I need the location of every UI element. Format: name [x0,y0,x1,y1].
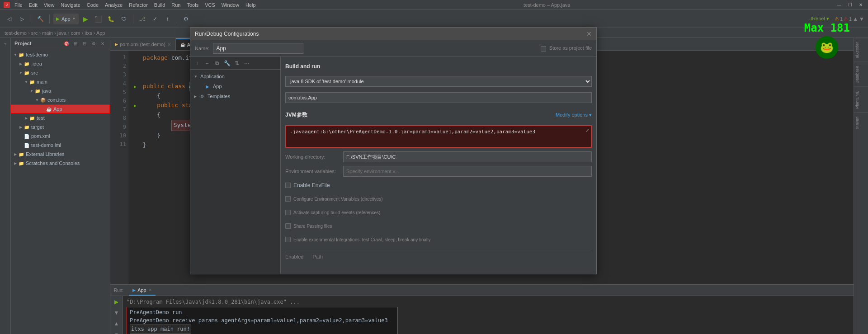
menu-window[interactable]: Window [219,2,242,8]
menu-vcs[interactable]: VCS [202,2,218,8]
push-button[interactable]: ↑ [162,14,173,24]
tab-pomxml-close[interactable]: ✕ [167,42,171,47]
minimize-button[interactable]: — [835,1,843,9]
dialog-close-button[interactable]: ✕ [586,30,592,38]
bottom-tab-app[interactable]: ▶ App ✕ [129,286,156,296]
env-vars-row: Environment variables: [285,166,592,177]
git-button[interactable]: ⎇ [137,14,148,24]
tree-node-src[interactable]: ▼ 📁 src [11,68,110,77]
scroll-end-button[interactable]: ≡ [113,330,121,334]
commit-button[interactable]: ✓ [150,14,160,24]
run-config-selector[interactable]: ▶ App ▼ [53,14,79,24]
tree-arrow: ▶ [18,61,24,66]
back-button[interactable]: ◁ [4,14,14,24]
menu-code[interactable]: Code [84,2,101,8]
right-panel-maven[interactable]: Maven [854,113,868,132]
name-input[interactable] [213,43,303,54]
dialog-tree-application[interactable]: ▼ Application [190,71,280,81]
close-button[interactable]: ✕ [857,1,864,9]
tree-node-iml[interactable]: 📄 test-demo.iml [11,141,110,150]
dialog-sort-button[interactable]: ⇅ [233,59,241,67]
coverage-button[interactable]: 🛡 [118,14,129,24]
jvm-params-box[interactable]: -javaagent:G:\other\PreAgentDemo-1.0.jar… [285,125,592,148]
right-panel-plantuml[interactable]: PlantUML [854,87,868,113]
menu-navigate[interactable]: Navigate [58,2,83,8]
run-button[interactable]: ▶ [80,14,91,24]
tree-node-test[interactable]: ▶ 📁 test [11,113,110,122]
working-dir-input[interactable] [343,151,592,162]
top-toolbar: ◁ ▷ 🔨 ▶ App ▼ ▶ ⬛ 🐛 🛡 ⎇ ✓ ↑ ⚙ JRebel ▾ ⚠… [0,10,868,28]
checkbox-4[interactable] [285,237,291,242]
sidebar-locate-button[interactable]: 🎯 [63,40,70,47]
stop-run-button[interactable]: ▼ [113,309,121,317]
dialog-title-bar: Run/Debug Configurations ✕ [190,28,596,40]
xml-icon: 📄 [24,133,30,139]
menu-refactor[interactable]: Refactor [126,2,151,8]
sidebar-close-button[interactable]: ✕ [99,40,106,47]
tree-node-scratches[interactable]: ▶ 📁 Scratches and Consoles [11,159,110,168]
maximize-button[interactable]: ❐ [846,1,854,9]
forward-button[interactable]: ▷ [16,14,27,24]
menu-build[interactable]: Build [151,2,168,8]
nav-down-button[interactable]: ▼ [859,16,864,22]
nav-up-button[interactable]: ▲ [853,16,858,22]
tree-node-test-demo[interactable]: ▼ 📁 test-demo [11,50,110,59]
menu-run[interactable]: Run [169,2,183,8]
tree-node-external-libs[interactable]: ▶ 📁 External Libraries [11,150,110,159]
tree-node-app[interactable]: ☕ App [11,104,110,113]
line-numbers: 1 2 3 4 5 6 7 8 9 10 11 [110,51,128,284]
jrebel-label[interactable]: JRebel ▾ [810,16,829,22]
sidebar-settings-button[interactable]: ⚙ [90,40,97,47]
tree-node-comitxs[interactable]: ▼ 📦 com.itxs [11,95,110,104]
menu-view[interactable]: View [41,2,57,8]
main-class-input[interactable] [285,92,592,103]
sidebar-expand-button[interactable]: ⊞ [72,40,79,47]
dialog-add-button[interactable]: + [193,59,201,67]
menu-edit[interactable]: Edit [26,2,40,8]
settings-button[interactable]: ⚙ [181,14,192,24]
tree-node-java[interactable]: ▼ 📁 java [11,86,110,95]
checkbox-3[interactable] [285,223,291,229]
menu-help[interactable]: Help [243,2,259,8]
jvm-expand-button[interactable]: ⤢ [585,128,589,133]
bottom-tab-app-close[interactable]: ✕ [148,287,152,292]
env-vars-input[interactable] [343,166,592,177]
tree-arrow: ▼ [18,70,24,75]
dialog-remove-button[interactable]: − [203,59,211,67]
envfile-checkbox[interactable] [285,183,291,188]
debug-button[interactable]: 🐛 [106,14,117,24]
tree-node-main[interactable]: ▼ 📁 main [11,77,110,86]
modify-options-button[interactable]: Modify options ▾ [556,112,592,118]
dialog-body: + − ⧉ 🔧 ⇅ ⋯ ▼ Application ▶ App ▶ [190,57,596,274]
sdk-selector[interactable]: java 8 SDK of 'test-demo' module [285,76,592,87]
max-widget: Max 181 🐸 [804,22,850,61]
checkbox-1[interactable] [285,196,291,202]
right-panel-aixcoder[interactable]: aiXcoder [854,38,868,62]
restart-button[interactable]: ▲ [113,320,121,328]
store-checkbox[interactable] [541,46,546,52]
menu-file[interactable]: File [12,2,25,8]
checkbox-2[interactable] [285,210,291,215]
dialog-filter-button[interactable]: 🔧 [223,59,231,67]
tab-pomxml[interactable]: ▶ pom.xml (test-demo) ✕ [110,38,176,50]
dialog-copy-button[interactable]: ⧉ [213,59,221,67]
build-button[interactable]: 🔨 [35,14,46,24]
menu-analyze[interactable]: Analyze [102,2,125,8]
menu-tools[interactable]: Tools [184,2,201,8]
bottom-panel: Run: ▶ App ✕ ▶ ▼ ▲ ≡ ✖ "D:\Program Files… [110,284,854,334]
dialog-tree-app[interactable]: ▶ App [190,81,280,91]
dialog-right-panel: Build and run java 8 SDK of 'test-demo' … [281,57,596,274]
right-panel-database[interactable]: Database [854,62,868,87]
project-panel-icon[interactable]: P [1,40,10,49]
project-tree: ▼ 📁 test-demo ▶ 📁 .idea ▼ 📁 src ▼ 📁 main… [11,49,110,334]
stop-button[interactable]: ⬛ [93,14,104,24]
sidebar-collapse-button[interactable]: ⊟ [81,40,88,47]
tree-node-pomxml[interactable]: 📄 pom.xml [11,132,110,141]
dialog-tree-templates[interactable]: ▶ ⚙ Templates [190,91,280,101]
run-again-button[interactable]: ▶ [113,298,121,306]
dialog-tree-templates-icon: ⚙ [200,94,204,99]
console-line-1: PreAgentDemo run [130,308,395,316]
tree-node-idea[interactable]: ▶ 📁 .idea [11,59,110,68]
dialog-more-button[interactable]: ⋯ [243,59,251,67]
tree-node-target[interactable]: ▶ 📁 target [11,122,110,132]
